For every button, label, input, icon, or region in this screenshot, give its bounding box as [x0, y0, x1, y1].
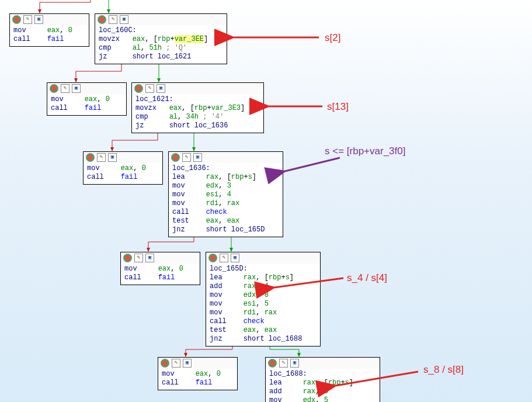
color-icon [98, 15, 106, 24]
node-toolbar: ✎ ▣ [47, 83, 126, 94]
break-icon: ▣ [157, 84, 165, 93]
annotation-s-ptr: s <= [rbp+var_3f0] [325, 145, 405, 157]
s13-block[interactable]: ✎ ▣ loc_1621: movzx eax, [rbp+var_3E3] c… [131, 82, 264, 133]
node-body: loc_1688: lea rax, [rbp+s] add rax, 8 mo… [266, 369, 380, 402]
fail-block-4[interactable]: ✎ ▣ mov eax, 0 call fail [120, 252, 200, 285]
color-icon [50, 84, 58, 93]
tool-icon: ✎ [134, 254, 143, 262]
color-icon [161, 359, 169, 368]
break-icon: ▣ [193, 153, 202, 162]
node-body: loc_1621: movzx eax, [rbp+var_3E3] cmp a… [132, 94, 263, 133]
annotation-s4: s_4 / s[4] [347, 272, 387, 284]
node-toolbar: ✎ ▣ [169, 152, 283, 163]
node-body: mov eax, 0 call fail [47, 94, 126, 115]
tool-icon: ✎ [97, 153, 106, 162]
node-body: loc_1636: lea rax, [rbp+s] mov edx, 3 mo… [169, 163, 283, 237]
break-icon: ▣ [290, 359, 299, 368]
break-icon: ▣ [183, 359, 192, 368]
node-body: mov eax, 0 call fail [158, 369, 237, 390]
node-body: loc_165D: lea rax, [rbp+s] add rax, 4 mo… [206, 264, 320, 346]
color-icon [268, 359, 277, 368]
tool-icon: ✎ [220, 254, 228, 262]
tool-icon: ✎ [109, 15, 117, 24]
color-icon [12, 15, 21, 24]
tool-icon: ✎ [61, 84, 69, 93]
node-body: mov eax, 0 call fail [121, 264, 200, 285]
annotation-s2: s[2] [325, 32, 340, 44]
node-toolbar: ✎ ▣ [10, 14, 89, 25]
node-body: loc_160C: movzx eax, [rbp+var_3EE] cmp a… [95, 25, 227, 64]
annotation-s8: s_8 / s[8] [423, 364, 464, 376]
node-toolbar: ✎ ▣ [84, 152, 162, 163]
color-icon [171, 153, 180, 162]
fail-block-2[interactable]: ✎ ▣ mov eax, 0 call fail [47, 82, 127, 116]
node-toolbar: ✎ ▣ [266, 358, 380, 369]
node-body: mov eax, 0 call fail [84, 163, 162, 184]
node-body: mov eax, 0 call fail [10, 25, 89, 46]
node-toolbar: ✎ ▣ [158, 358, 237, 369]
tool-icon: ✎ [145, 84, 154, 93]
break-icon: ▣ [108, 153, 117, 162]
break-icon: ▣ [72, 84, 81, 93]
node-toolbar: ✎ ▣ [206, 252, 320, 264]
node-toolbar: ✎ ▣ [95, 14, 227, 25]
tool-icon: ✎ [182, 153, 191, 162]
fail-block-3[interactable]: ✎ ▣ mov eax, 0 call fail [83, 151, 163, 185]
color-icon [208, 254, 217, 262]
color-icon [86, 153, 95, 162]
s8-block[interactable]: ✎ ▣ loc_1688: lea rax, [rbp+s] add rax, … [265, 357, 380, 402]
s4-block[interactable]: ✎ ▣ loc_165D: lea rax, [rbp+s] add rax, … [206, 252, 321, 346]
color-icon [123, 254, 132, 262]
node-toolbar: ✎ ▣ [121, 252, 200, 264]
break-icon: ▣ [145, 254, 154, 262]
s-block[interactable]: ✎ ▣ loc_1636: lea rax, [rbp+s] mov edx, … [168, 151, 283, 237]
node-toolbar: ✎ ▣ [132, 83, 263, 94]
color-icon [134, 84, 143, 93]
tool-icon: ✎ [279, 359, 288, 368]
tool-icon: ✎ [23, 15, 32, 24]
svg-line-2 [285, 158, 340, 171]
fail-block-5[interactable]: ✎ ▣ mov eax, 0 call fail [158, 357, 238, 390]
tool-icon: ✎ [172, 359, 180, 368]
break-icon: ▣ [34, 15, 43, 24]
fail-block-1[interactable]: ✎ ▣ mov eax, 0 call fail [9, 13, 89, 47]
annotation-s13: s[13] [327, 101, 349, 113]
break-icon: ▣ [231, 254, 239, 262]
break-icon: ▣ [120, 15, 128, 24]
s2-block[interactable]: ✎ ▣ loc_160C: movzx eax, [rbp+var_3EE] c… [95, 13, 227, 64]
